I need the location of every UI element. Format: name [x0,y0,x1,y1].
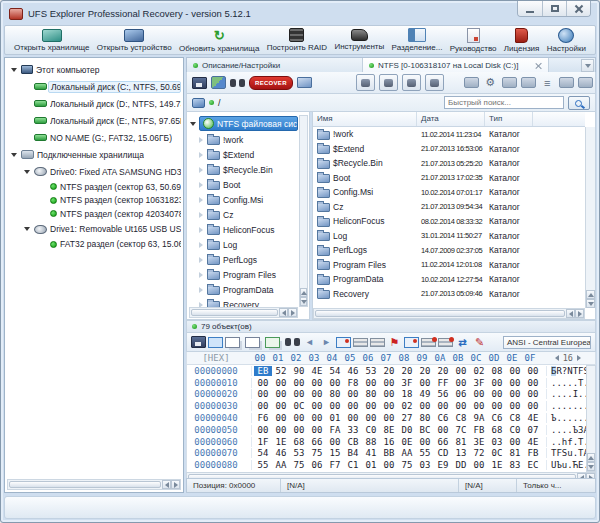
storage-tree-item[interactable]: NTFS раздел (сектор 63, 50.69ГБ) [7,180,181,194]
folder-tree-item[interactable]: !work [189,132,298,147]
toolbar-button-license[interactable]: Лицензия [501,28,543,52]
hex-byte[interactable]: 4E [308,366,326,376]
bookmark-strip-icon[interactable] [353,338,368,347]
file-list-vscroll[interactable] [585,127,595,308]
hex-ascii[interactable]: ..hf.Т.. [546,437,586,447]
hex-byte[interactable]: 00 [416,437,434,447]
hex-byte[interactable]: 06 [452,389,470,399]
hex-byte[interactable]: 4E [524,437,542,447]
file-row[interactable]: $Extend21.07.2013 16:53:06Каталог [313,142,585,157]
folder-tree-item[interactable]: Log [189,237,298,252]
hex-byte[interactable]: 75 [308,448,326,458]
hex-byte[interactable]: 00 [380,413,398,423]
hex-byte[interactable]: 00 [308,413,326,423]
column-header-0[interactable]: Имя [313,112,417,126]
hex-ascii[interactable]: Ъ....... [546,413,586,423]
hex-byte[interactable]: 00 [308,378,326,388]
hex-byte[interactable]: 18 [398,389,416,399]
hex-byte[interactable]: 68 [488,425,506,435]
hex-ascii[interactable]: БR?NTFS [546,366,586,376]
file-row[interactable]: $Recycle.Bin21.07.2013 05:25:20Каталог [313,156,585,171]
scroll-right-button[interactable] [171,480,180,489]
refresh-icon[interactable] [455,336,470,349]
hex-byte[interactable]: 00 [290,425,308,435]
flag-icon[interactable] [387,336,402,349]
hex-byte[interactable]: 00 [344,389,362,399]
edit-icon[interactable] [472,336,487,349]
hex-byte[interactable]: 4E [524,413,542,423]
hex-byte[interactable]: 52 [272,366,290,376]
hex-byte[interactable]: 3F [398,378,416,388]
file-row[interactable]: !work11.02.2014 11:23:04Каталог [313,127,585,142]
hex-ascii[interactable]: ....I... [546,389,586,399]
save-disk-button[interactable] [356,74,375,91]
scroll-up-button[interactable] [586,290,595,299]
expander-icon[interactable] [190,122,196,126]
hex-byte[interactable]: 00 [524,401,542,411]
file-row[interactable]: Program Files11.02.2014 12:01:08Каталог [313,258,585,273]
forward-icon[interactable] [559,77,574,88]
hex-byte[interactable]: 00 [488,389,506,399]
scroll-down-button[interactable] [586,299,595,308]
hex-byte[interactable]: 00 [362,413,380,423]
hex-byte[interactable]: C6 [434,413,452,423]
hex-byte[interactable]: 00 [506,366,524,376]
upload-icon[interactable] [521,77,536,88]
hex-byte[interactable]: 80 [326,389,344,399]
hex-byte[interactable]: EB [254,366,272,376]
go-icon[interactable] [192,98,205,108]
folder-tree-item[interactable]: Config.Msi [189,192,298,207]
hex-byte[interactable]: 00 [470,389,488,399]
folder-tree-item[interactable]: Cz [189,207,298,222]
hex-byte[interactable]: 00 [344,401,362,411]
file-row[interactable]: HeliconFocus08.02.2014 08:33:32Каталог [313,214,585,229]
folder-tree-item[interactable]: $Extend [189,147,298,162]
hex-byte[interactable]: 00 [326,401,344,411]
hex-byte[interactable]: 1F [254,437,272,447]
hex-byte[interactable]: 83 [506,460,524,470]
expander-icon[interactable] [24,170,30,174]
hex-byte[interactable]: EC [524,460,542,470]
hex-byte[interactable]: 00 [272,413,290,423]
hex-ascii[interactable]: UЪu.ЋЕ.. [546,460,586,470]
hex-byte[interactable]: 00 [254,425,272,435]
hex-byte[interactable]: 00 [524,389,542,399]
folder-tree-item[interactable]: HeliconFocus [189,222,298,237]
folder-tree-item[interactable]: Boot [189,177,298,192]
scroll-right-button[interactable] [288,308,297,317]
hex-byte[interactable]: 00 [434,425,452,435]
disk-add-button[interactable] [402,74,421,91]
hex-byte[interactable]: 33 [344,425,362,435]
hex-byte[interactable]: 00 [452,378,470,388]
tab-ntfs[interactable]: NTFS [0-106318107 на Local Disk (C:)] [363,58,549,72]
hex-byte[interactable]: 8E [380,425,398,435]
hex-byte[interactable]: 06 [308,460,326,470]
copy-icon[interactable] [225,337,240,348]
hex-byte[interactable]: 16 [380,437,398,447]
hex-byte[interactable]: FB [470,425,488,435]
hex-byte[interactable]: F7 [326,460,344,470]
hex-byte[interactable]: 46 [272,448,290,458]
list-icon[interactable] [540,76,555,90]
storage-tree-item[interactable]: Локальный диск (C:, NTFS, 50.69ГБ) [7,78,181,95]
toolbar-button-guide[interactable]: Руководство [447,28,500,52]
hex-byte[interactable]: 20 [380,366,398,376]
hex-byte[interactable]: BB [380,448,398,458]
hex-ascii[interactable]: ....Ъ3АЋ [546,425,586,435]
hex-byte[interactable]: 00 [452,401,470,411]
toolbar-button-partition[interactable]: Разделение... [389,28,446,52]
hex-byte[interactable]: 53 [290,448,308,458]
expander-icon[interactable] [11,68,17,72]
hex-byte[interactable]: 00 [362,378,380,388]
toolbar-button-raid[interactable]: Построить RAID [264,28,330,52]
scroll-left-button[interactable] [162,480,171,489]
storage-tree-item[interactable]: NTFS раздел (сектор 106318233, 149.73ГБ) [7,194,181,208]
disk-check-button[interactable] [379,74,398,91]
hex-byte[interactable]: C0 [506,425,524,435]
hex-byte[interactable]: 00 [308,389,326,399]
hex-byte[interactable]: 00 [380,389,398,399]
hex-byte[interactable]: 02 [470,366,488,376]
gear-icon[interactable] [483,76,498,90]
file-row[interactable]: Log31.01.2014 11:50:27Каталог [313,229,585,244]
hex-byte[interactable]: 53 [362,366,380,376]
